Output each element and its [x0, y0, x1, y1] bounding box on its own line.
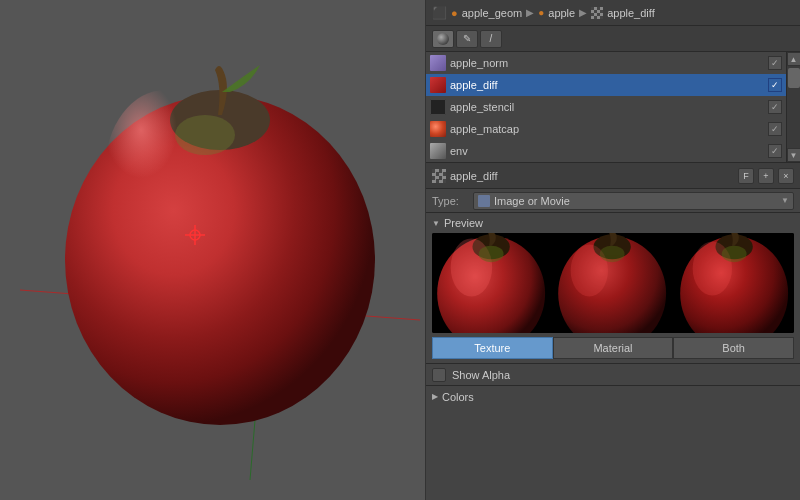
nav-icon: ⬛	[432, 6, 447, 20]
colors-section[interactable]: ▶ Colors	[426, 385, 800, 407]
svg-point-9	[437, 33, 449, 45]
preview-section: ▼ Preview	[426, 213, 800, 363]
checker-icon	[591, 7, 603, 19]
show-alpha-label: Show Alpha	[452, 369, 510, 381]
dropdown-arrow-icon: ▼	[781, 196, 789, 205]
preview-tabs: Texture Material Both	[432, 337, 794, 359]
texture-tab-bar: ✎ /	[426, 26, 800, 52]
right-panel: ⬛ ● apple_geom ▶ ● apple ▶ apple_diff	[425, 0, 800, 500]
thumb-env	[430, 143, 446, 159]
viewport-3d[interactable]	[0, 0, 425, 500]
breadcrumb-sep1: ▶	[526, 7, 534, 18]
colors-label: Colors	[442, 391, 474, 403]
texture-item-env[interactable]: env	[426, 140, 786, 162]
plus-button[interactable]: +	[758, 168, 774, 184]
close-button[interactable]: ×	[778, 168, 794, 184]
breadcrumb: ⬛ ● apple_geom ▶ ● apple ▶ apple_diff	[426, 0, 800, 26]
texture-item-matcap[interactable]: apple_matcap	[426, 118, 786, 140]
texture-name-env: env	[450, 145, 764, 157]
scroll-down-btn[interactable]: ▼	[787, 148, 801, 162]
texture-list-container: apple_norm apple_diff apple_stencil	[426, 52, 800, 163]
pencil-tab[interactable]: /	[480, 30, 502, 48]
breadcrumb-sep2: ▶	[579, 7, 587, 18]
texture-list: apple_norm apple_diff apple_stencil	[426, 52, 786, 162]
preview-header: ▼ Preview	[432, 217, 794, 229]
texture-name-stencil: apple_stencil	[450, 101, 764, 113]
svg-point-19	[600, 246, 625, 263]
preview-img-2	[553, 233, 672, 333]
texture-scrollbar[interactable]: ▲ ▼	[786, 52, 800, 162]
type-label: Type:	[432, 195, 467, 207]
show-alpha-checkbox[interactable]	[432, 368, 446, 382]
texture-tab[interactable]: Texture	[432, 337, 553, 359]
texture-name-norm: apple_norm	[450, 57, 764, 69]
selected-texture-name: apple_diff	[450, 170, 734, 182]
brush-tab[interactable]: ✎	[456, 30, 478, 48]
breadcrumb-geom[interactable]: apple_geom	[462, 7, 523, 19]
checker-header-icon	[432, 169, 446, 183]
breadcrumb-diff[interactable]: apple_diff	[607, 7, 655, 19]
texture-item-norm[interactable]: apple_norm	[426, 52, 786, 74]
thumb-norm	[430, 55, 446, 71]
type-value: Image or Movie	[494, 195, 777, 207]
texture-item-stencil[interactable]: apple_stencil	[426, 96, 786, 118]
scroll-thumb[interactable]	[788, 68, 800, 88]
view-icon: ●	[451, 7, 458, 19]
material-tab[interactable]: Material	[553, 337, 674, 359]
apple-scene	[0, 0, 425, 500]
type-dropdown[interactable]: Image or Movie ▼	[473, 192, 794, 210]
image-icon	[478, 195, 490, 207]
texture-name-header: apple_diff F + ×	[426, 163, 800, 189]
checkbox-matcap[interactable]	[768, 122, 782, 136]
checkbox-norm[interactable]	[768, 56, 782, 70]
type-row: Type: Image or Movie ▼	[426, 189, 800, 213]
f-button[interactable]: F	[738, 168, 754, 184]
texture-item-diff[interactable]: apple_diff	[426, 74, 786, 96]
preview-img-1	[432, 233, 551, 333]
breadcrumb-apple[interactable]: apple	[548, 7, 575, 19]
checkbox-diff[interactable]	[768, 78, 782, 92]
checkbox-stencil[interactable]	[768, 100, 782, 114]
show-alpha-row: Show Alpha	[426, 363, 800, 385]
svg-point-24	[721, 246, 746, 263]
scroll-track[interactable]	[787, 66, 801, 148]
scroll-up-btn[interactable]: ▲	[787, 52, 801, 66]
collapse-icon[interactable]: ▼	[432, 219, 440, 228]
thumb-stencil	[430, 99, 446, 115]
texture-name-diff: apple_diff	[450, 79, 764, 91]
svg-point-4	[105, 90, 225, 250]
sphere-tab[interactable]	[432, 30, 454, 48]
preview-label: Preview	[444, 217, 483, 229]
preview-img-3	[675, 233, 794, 333]
svg-point-5	[175, 115, 235, 155]
colors-collapse-icon[interactable]: ▶	[432, 392, 438, 401]
preview-images-container	[432, 233, 794, 333]
both-tab[interactable]: Both	[673, 337, 794, 359]
thumb-diff	[430, 77, 446, 93]
texture-name-matcap: apple_matcap	[450, 123, 764, 135]
thumb-matcap	[430, 121, 446, 137]
apple-orange-icon: ●	[538, 7, 544, 18]
checkbox-env[interactable]	[768, 144, 782, 158]
svg-point-14	[479, 246, 504, 263]
